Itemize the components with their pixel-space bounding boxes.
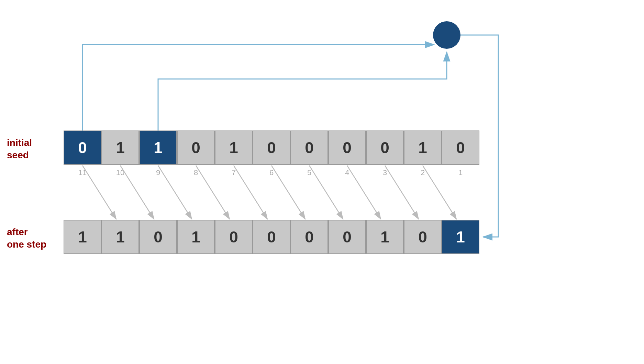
after-step-cell-6: 0 [290,220,328,254]
svg-overlay [0,0,644,364]
after-step-cell-4: 0 [215,220,253,254]
bit-pos-7: 7 [215,168,253,177]
after-step-cell-7: 0 [328,220,366,254]
initial-seed-cell-4: 1 [215,130,253,165]
after-step-cell-10: 1 [442,220,479,254]
label-initial-seed: initialseed [7,137,32,162]
after-step-cell-8: 1 [366,220,404,254]
initial-seed-cell-8: 0 [366,130,404,165]
initial-seed-cell-9: 1 [404,130,442,165]
bit-pos-9: 9 [139,168,177,177]
bit-pos-3: 3 [366,168,404,177]
bit-pos-4: 4 [328,168,366,177]
bit-pos-5: 5 [290,168,328,177]
after-step-cell-3: 1 [177,220,215,254]
initial-seed-cell-2: 1 [139,130,177,165]
initial-seed-cell-0: 0 [64,130,101,165]
after-step-cell-0: 1 [64,220,101,254]
bit-pos-6: 6 [253,168,290,177]
bit-pos-10: 10 [101,168,139,177]
after-step-cell-1: 1 [101,220,139,254]
initial-seed-cell-6: 0 [290,130,328,165]
initial-seed-cell-7: 0 [328,130,366,165]
initial-seed-row: 01101000010 [64,130,479,165]
after-step-cell-5: 0 [253,220,290,254]
after-step-row: 11010000101 [64,220,479,254]
xor-circle [433,21,460,49]
initial-seed-cell-1: 1 [101,130,139,165]
bit-pos-11: 11 [64,168,101,177]
bit-numbers: 1110987654321 [64,168,479,177]
initial-seed-cell-10: 0 [442,130,479,165]
bit-pos-2: 2 [404,168,442,177]
diagram-container: initialseed afterone step 01101000010 11… [0,0,644,364]
initial-seed-cell-3: 0 [177,130,215,165]
after-step-cell-2: 0 [139,220,177,254]
bit-pos-1: 1 [442,168,479,177]
initial-seed-cell-5: 0 [253,130,290,165]
label-after-step: afterone step [7,226,46,251]
after-step-cell-9: 0 [404,220,442,254]
bit-pos-8: 8 [177,168,215,177]
